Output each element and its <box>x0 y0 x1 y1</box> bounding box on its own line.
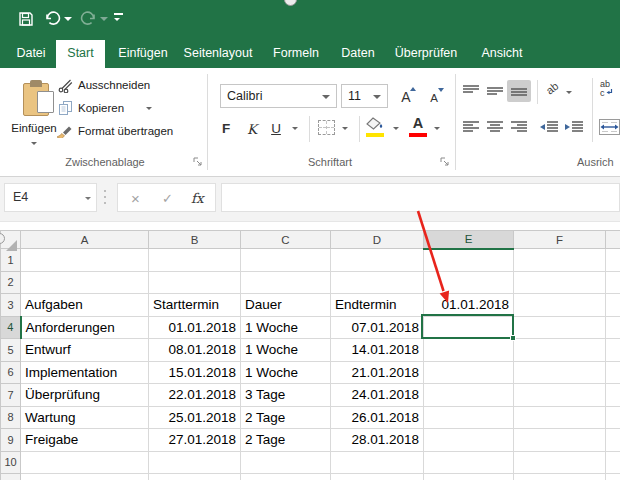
undo-icon[interactable] <box>44 11 61 26</box>
cell-B11[interactable] <box>149 474 241 480</box>
cell-D1[interactable] <box>331 249 424 272</box>
cell-C7[interactable]: 3 Tage <box>241 384 331 407</box>
grow-font-button[interactable]: A <box>394 84 418 108</box>
cell-D4[interactable]: 07.01.2018 <box>331 316 424 339</box>
cell-D9[interactable]: 28.01.2018 <box>331 429 424 452</box>
cell-F4[interactable] <box>514 316 606 339</box>
cell-G1[interactable] <box>606 249 620 272</box>
decrease-indent-icon[interactable] <box>539 120 558 134</box>
row-header-9[interactable]: 9 <box>1 429 21 452</box>
row-header-7[interactable]: 7 <box>1 384 21 407</box>
italic-button[interactable]: K <box>242 116 262 142</box>
font-color-icon[interactable]: A <box>409 115 427 131</box>
cell-E1[interactable] <box>424 249 514 272</box>
cell-C9[interactable]: 2 Tage <box>241 429 331 452</box>
col-header-D[interactable]: D <box>331 231 424 249</box>
cell-A1[interactable] <box>21 249 149 272</box>
cell-E2[interactable] <box>424 271 514 294</box>
cell-C4[interactable]: 1 Woche <box>241 316 331 339</box>
tab-formeln[interactable]: Formeln <box>266 38 326 68</box>
cell-F1[interactable] <box>514 249 606 272</box>
cell-C6[interactable]: 1 Woche <box>241 361 331 384</box>
tab-seitenlayout[interactable]: Seitenlayout <box>182 38 254 68</box>
wrap-text-icon[interactable]: ab c <box>600 80 613 98</box>
cell-C2[interactable] <box>241 271 331 294</box>
col-header-F[interactable]: F <box>514 231 606 249</box>
cell-B7[interactable]: 22.01.2018 <box>149 384 241 407</box>
font-size-select[interactable]: 11 <box>341 84 388 108</box>
align-center-icon[interactable] <box>487 120 503 134</box>
font-name-select[interactable]: Calibri <box>220 84 337 108</box>
cell-C3[interactable]: Dauer <box>241 294 331 317</box>
row-header-6[interactable]: 6 <box>1 361 21 384</box>
name-box[interactable]: E4 <box>4 183 97 212</box>
font-dialog-launcher-icon[interactable] <box>440 157 450 167</box>
col-header-E-selected[interactable]: E <box>424 231 514 249</box>
cell-B10[interactable] <box>149 451 241 474</box>
merge-center-icon[interactable] <box>599 119 620 135</box>
cell-F6[interactable] <box>514 361 606 384</box>
cell-G4[interactable] <box>606 316 620 339</box>
cell-E7[interactable] <box>424 384 514 407</box>
cell-F11[interactable] <box>514 474 606 480</box>
cell-A4[interactable]: Anforderungen <box>21 316 149 339</box>
cell-B6[interactable]: 15.01.2018 <box>149 361 241 384</box>
borders-dropdown-caret[interactable] <box>342 127 348 130</box>
tab-start[interactable]: Start <box>56 40 105 68</box>
row-header-8[interactable]: 8 <box>1 406 21 429</box>
cell-G7[interactable] <box>606 384 620 407</box>
cell-A8[interactable]: Wartung <box>21 406 149 429</box>
cell-D6[interactable]: 21.01.2018 <box>331 361 424 384</box>
cell-A10[interactable] <box>21 451 149 474</box>
cell-D8[interactable]: 26.01.2018 <box>331 406 424 429</box>
col-header-G[interactable] <box>606 231 620 249</box>
cell-D2[interactable] <box>331 271 424 294</box>
cell-E3[interactable]: 01.01.2018 <box>424 294 514 317</box>
row-header-11[interactable] <box>1 474 21 480</box>
paste-button[interactable]: Einfügen <box>4 74 64 152</box>
orientation-dropdown-caret[interactable] <box>566 91 572 94</box>
underline-button[interactable]: U <box>266 116 286 142</box>
cell-E10[interactable] <box>424 451 514 474</box>
cell-F2[interactable] <box>514 271 606 294</box>
row-header-2[interactable]: 2 <box>1 271 21 294</box>
cell-B8[interactable]: 25.01.2018 <box>149 406 241 429</box>
align-left-icon[interactable] <box>463 120 479 134</box>
align-right-icon[interactable] <box>511 120 527 134</box>
cell-C8[interactable]: 2 Tage <box>241 406 331 429</box>
cell-A3[interactable]: Aufgaben <box>21 294 149 317</box>
cell-D3[interactable]: Endtermin <box>331 294 424 317</box>
cell-G2[interactable] <box>606 271 620 294</box>
orientation-icon[interactable]: ab <box>544 80 561 97</box>
row-header-4-selected[interactable]: 4 <box>1 316 21 339</box>
shrink-font-button[interactable]: A <box>422 86 446 110</box>
clipboard-dialog-launcher-icon[interactable] <box>193 157 203 167</box>
row-header-5[interactable]: 5 <box>1 339 21 362</box>
bold-button[interactable]: F <box>216 116 236 142</box>
cell-A2[interactable] <box>21 271 149 294</box>
cell-E11[interactable] <box>424 474 514 480</box>
cell-A6[interactable]: Implementation <box>21 361 149 384</box>
cell-F3[interactable] <box>514 294 606 317</box>
col-header-C[interactable]: C <box>241 231 331 249</box>
fill-color-dropdown-caret[interactable] <box>393 127 399 130</box>
col-header-A[interactable]: A <box>21 231 149 249</box>
row-header-1[interactable]: 1 <box>1 249 21 272</box>
enter-icon[interactable]: ✓ <box>162 184 173 213</box>
fill-color-icon[interactable] <box>366 117 386 131</box>
cell-F7[interactable] <box>514 384 606 407</box>
customize-quick-access-icon[interactable] <box>114 13 123 21</box>
tab-ueberpruefen[interactable]: Überprüfen <box>392 38 460 68</box>
tab-datei[interactable]: Datei <box>6 38 56 68</box>
col-header-B[interactable]: B <box>149 231 241 249</box>
increase-indent-icon[interactable] <box>564 120 583 134</box>
tab-daten[interactable]: Daten <box>336 38 380 68</box>
align-middle-icon[interactable] <box>487 84 503 98</box>
font-color-dropdown-caret[interactable] <box>434 127 440 130</box>
cell-F5[interactable] <box>514 339 606 362</box>
cell-C5[interactable]: 1 Woche <box>241 339 331 362</box>
tab-einfuegen[interactable]: Einfügen <box>110 38 176 68</box>
cell-B5[interactable]: 08.01.2018 <box>149 339 241 362</box>
cell-G6[interactable] <box>606 361 620 384</box>
cancel-icon[interactable]: × <box>131 184 140 213</box>
